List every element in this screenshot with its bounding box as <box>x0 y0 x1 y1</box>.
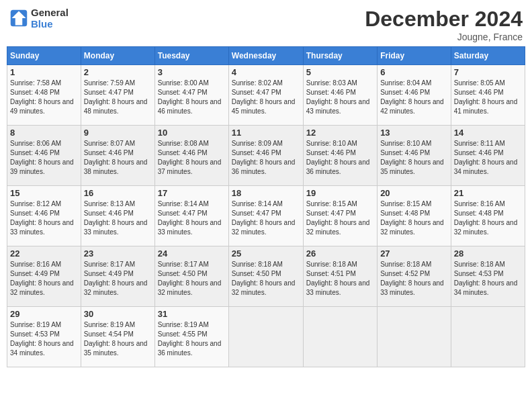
day-number: 31 <box>158 309 226 319</box>
calendar-day-cell <box>228 307 303 367</box>
sunset-label: Sunset: 4:47 PM <box>84 89 134 96</box>
day-number: 24 <box>158 248 226 259</box>
day-number: 10 <box>158 128 226 138</box>
day-number: 23 <box>84 248 152 259</box>
day-info: Sunrise: 8:08 AM Sunset: 4:46 PM Dayligh… <box>158 139 226 177</box>
day-info: Sunrise: 8:06 AM Sunset: 4:46 PM Dayligh… <box>10 139 78 177</box>
sunset-label: Sunset: 4:46 PM <box>454 149 504 156</box>
daylight-label: Daylight: 8 hours and 41 minutes. <box>454 98 518 115</box>
calendar-day-cell: 18 Sunrise: 8:14 AM Sunset: 4:47 PM Dayl… <box>228 186 303 246</box>
day-number: 17 <box>158 188 226 198</box>
daylight-label: Daylight: 8 hours and 36 minutes. <box>306 158 370 175</box>
calendar-day-cell <box>451 307 525 367</box>
day-number: 6 <box>380 67 448 77</box>
header-tuesday: Tuesday <box>154 47 228 65</box>
daylight-label: Daylight: 8 hours and 33 minutes. <box>10 219 74 236</box>
sunrise-label: Sunrise: 8:17 AM <box>84 261 135 268</box>
day-number: 4 <box>232 67 300 77</box>
sunset-label: Sunset: 4:46 PM <box>380 149 430 156</box>
sunrise-label: Sunrise: 8:13 AM <box>84 200 135 208</box>
sunset-label: Sunset: 4:50 PM <box>232 270 281 277</box>
calendar-day-cell: 8 Sunrise: 8:06 AM Sunset: 4:46 PM Dayli… <box>7 126 81 186</box>
sunrise-label: Sunrise: 8:02 AM <box>232 79 283 87</box>
calendar-day-cell: 5 Sunrise: 8:03 AM Sunset: 4:46 PM Dayli… <box>303 65 377 126</box>
day-number: 22 <box>10 248 78 259</box>
sunrise-label: Sunrise: 8:10 AM <box>380 140 431 147</box>
calendar-day-cell: 4 Sunrise: 8:02 AM Sunset: 4:47 PM Dayli… <box>228 65 303 126</box>
daylight-label: Daylight: 8 hours and 42 minutes. <box>380 98 444 115</box>
day-info: Sunrise: 8:15 AM Sunset: 4:47 PM Dayligh… <box>306 199 374 237</box>
calendar-day-cell: 19 Sunrise: 8:15 AM Sunset: 4:47 PM Dayl… <box>303 186 377 246</box>
daylight-label: Daylight: 8 hours and 46 minutes. <box>158 98 222 115</box>
day-info: Sunrise: 8:11 AM Sunset: 4:46 PM Dayligh… <box>454 139 522 177</box>
day-info: Sunrise: 8:03 AM Sunset: 4:46 PM Dayligh… <box>306 79 374 116</box>
sunrise-label: Sunrise: 8:16 AM <box>454 200 505 208</box>
sunrise-label: Sunrise: 8:16 AM <box>10 261 61 268</box>
day-number: 11 <box>232 128 300 138</box>
day-info: Sunrise: 8:18 AM Sunset: 4:50 PM Dayligh… <box>232 260 300 298</box>
daylight-label: Daylight: 8 hours and 35 minutes. <box>84 340 148 357</box>
day-number: 12 <box>306 128 374 138</box>
sunrise-label: Sunrise: 8:03 AM <box>306 79 357 87</box>
sunrise-label: Sunrise: 8:15 AM <box>306 200 357 208</box>
day-info: Sunrise: 8:19 AM Sunset: 4:53 PM Dayligh… <box>10 320 78 358</box>
daylight-label: Daylight: 8 hours and 32 minutes. <box>380 219 444 236</box>
daylight-label: Daylight: 8 hours and 34 minutes. <box>10 340 74 357</box>
sunrise-label: Sunrise: 8:00 AM <box>158 79 209 87</box>
calendar-day-cell: 25 Sunrise: 8:18 AM Sunset: 4:50 PM Dayl… <box>228 246 303 307</box>
sunset-label: Sunset: 4:47 PM <box>158 210 208 217</box>
daylight-label: Daylight: 8 hours and 34 minutes. <box>454 279 518 296</box>
day-info: Sunrise: 8:10 AM Sunset: 4:46 PM Dayligh… <box>306 139 374 177</box>
calendar-day-cell: 2 Sunrise: 7:59 AM Sunset: 4:47 PM Dayli… <box>81 65 154 126</box>
daylight-label: Daylight: 8 hours and 33 minutes. <box>306 279 370 296</box>
sunrise-label: Sunrise: 8:07 AM <box>84 140 135 147</box>
calendar-day-cell: 11 Sunrise: 8:09 AM Sunset: 4:46 PM Dayl… <box>228 126 303 186</box>
day-number: 16 <box>84 188 152 198</box>
calendar-day-cell: 20 Sunrise: 8:15 AM Sunset: 4:48 PM Dayl… <box>378 186 451 246</box>
sunset-label: Sunset: 4:49 PM <box>10 270 60 277</box>
daylight-label: Daylight: 8 hours and 45 minutes. <box>232 98 296 115</box>
sunrise-label: Sunrise: 8:19 AM <box>158 321 209 328</box>
day-number: 2 <box>84 67 152 77</box>
calendar-day-cell: 30 Sunrise: 8:19 AM Sunset: 4:54 PM Dayl… <box>81 307 154 367</box>
day-number: 19 <box>306 188 374 198</box>
calendar-day-cell: 7 Sunrise: 8:05 AM Sunset: 4:46 PM Dayli… <box>451 65 525 126</box>
day-info: Sunrise: 8:02 AM Sunset: 4:47 PM Dayligh… <box>232 79 300 116</box>
sunset-label: Sunset: 4:52 PM <box>380 270 430 277</box>
day-info: Sunrise: 7:58 AM Sunset: 4:48 PM Dayligh… <box>10 79 78 116</box>
day-number: 26 <box>306 248 374 259</box>
sunrise-label: Sunrise: 8:15 AM <box>380 200 431 208</box>
calendar-title: December 2024 <box>365 7 523 32</box>
daylight-label: Daylight: 8 hours and 34 minutes. <box>454 158 518 175</box>
sunset-label: Sunset: 4:53 PM <box>10 330 60 338</box>
sunset-label: Sunset: 4:46 PM <box>232 149 281 156</box>
sunrise-label: Sunrise: 8:17 AM <box>158 261 209 268</box>
daylight-label: Daylight: 8 hours and 36 minutes. <box>232 158 296 175</box>
sunset-label: Sunset: 4:46 PM <box>84 149 134 156</box>
daylight-label: Daylight: 8 hours and 33 minutes. <box>158 219 222 236</box>
calendar-week-row: 22 Sunrise: 8:16 AM Sunset: 4:49 PM Dayl… <box>7 246 525 307</box>
calendar-day-cell: 3 Sunrise: 8:00 AM Sunset: 4:47 PM Dayli… <box>154 65 228 126</box>
day-info: Sunrise: 8:18 AM Sunset: 4:53 PM Dayligh… <box>454 260 522 298</box>
title-block: December 2024 Jougne, France <box>365 7 523 42</box>
calendar-day-cell: 21 Sunrise: 8:16 AM Sunset: 4:48 PM Dayl… <box>451 186 525 246</box>
header-wednesday: Wednesday <box>228 47 303 65</box>
calendar-day-cell: 26 Sunrise: 8:18 AM Sunset: 4:51 PM Dayl… <box>303 246 377 307</box>
sunset-label: Sunset: 4:48 PM <box>454 210 504 217</box>
sunset-label: Sunset: 4:46 PM <box>306 149 356 156</box>
day-info: Sunrise: 8:16 AM Sunset: 4:49 PM Dayligh… <box>10 260 78 298</box>
day-info: Sunrise: 8:09 AM Sunset: 4:46 PM Dayligh… <box>232 139 300 177</box>
daylight-label: Daylight: 8 hours and 36 minutes. <box>158 340 222 357</box>
day-number: 21 <box>454 188 522 198</box>
sunset-label: Sunset: 4:53 PM <box>454 270 504 277</box>
calendar-week-row: 29 Sunrise: 8:19 AM Sunset: 4:53 PM Dayl… <box>7 307 525 367</box>
calendar-subtitle: Jougne, France <box>365 32 523 42</box>
sunset-label: Sunset: 4:47 PM <box>232 210 281 217</box>
day-number: 3 <box>158 67 226 77</box>
calendar-day-cell: 16 Sunrise: 8:13 AM Sunset: 4:46 PM Dayl… <box>81 186 154 246</box>
day-info: Sunrise: 8:13 AM Sunset: 4:46 PM Dayligh… <box>84 199 152 237</box>
day-info: Sunrise: 8:15 AM Sunset: 4:48 PM Dayligh… <box>380 199 448 237</box>
calendar-day-cell: 12 Sunrise: 8:10 AM Sunset: 4:46 PM Dayl… <box>303 126 377 186</box>
daylight-label: Daylight: 8 hours and 32 minutes. <box>232 219 296 236</box>
weekday-header-row: Sunday Monday Tuesday Wednesday Thursday… <box>7 47 525 65</box>
